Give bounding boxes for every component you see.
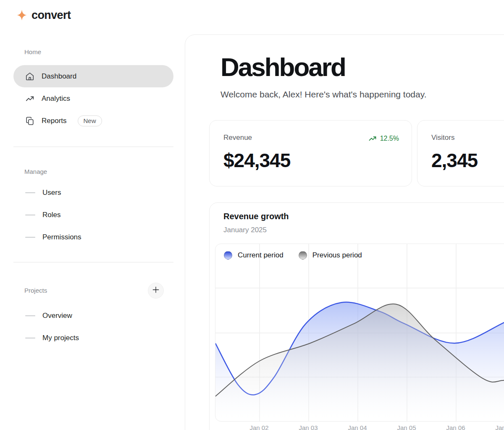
x-axis-label: Jan 02 <box>240 424 278 430</box>
sidebar-item-label: Roles <box>42 211 60 219</box>
stat-value: 2,345 <box>431 149 504 172</box>
revenue-growth-card: Revenue growth January 2025 Current peri… <box>209 202 504 430</box>
dash-icon <box>25 338 35 338</box>
page-title: Dashboard <box>220 54 345 80</box>
sidebar-item-label: Overview <box>42 312 72 320</box>
sidebar: HomeDashboardAnalyticsReportsNewManageUs… <box>13 46 173 349</box>
section-label: Home <box>13 46 173 57</box>
trend-value: 12.5% <box>380 135 399 142</box>
sidebar-item-label: My projects <box>42 334 79 342</box>
sidebar-section-manage: ManageUsersRolesPermissions <box>13 166 173 248</box>
brand-name: convert <box>32 9 71 22</box>
sidebar-section-projects: ProjectsOverviewMy projects <box>13 283 173 349</box>
plus-icon <box>152 286 160 296</box>
sidebar-item-analytics[interactable]: Analytics <box>13 87 173 110</box>
sidebar-item-label: Dashboard <box>42 72 76 81</box>
sidebar-item-overview[interactable]: Overview <box>13 304 173 327</box>
stat-cards-row: Revenue$24,34512.5%Visitors2,345 <box>209 120 504 186</box>
trending-up-icon <box>25 94 34 103</box>
trend-up-icon <box>368 134 377 143</box>
chart-legend: Current periodPrevious period <box>224 251 362 260</box>
pages-icon <box>25 116 34 126</box>
sidebar-section-home: HomeDashboardAnalyticsReportsNew <box>13 46 173 132</box>
dash-icon <box>25 215 35 215</box>
sidebar-divider <box>13 147 173 147</box>
chart-subtitle: January 2025 <box>223 226 267 234</box>
legend-dot <box>224 251 232 260</box>
legend-dot <box>299 251 307 260</box>
x-axis-label: Jan 04 <box>339 424 376 430</box>
sidebar-section-header: Projects <box>13 283 173 298</box>
x-axis-label: Jan 05 <box>388 424 425 430</box>
section-label: Manage <box>13 166 173 177</box>
stat-card-visitors: Visitors2,345 <box>417 120 504 186</box>
stat-trend: 12.5% <box>368 134 399 143</box>
sidebar-item-my-projects[interactable]: My projects <box>13 327 173 349</box>
dash-icon <box>25 315 35 316</box>
legend-item-current-period[interactable]: Current period <box>224 251 284 260</box>
sidebar-item-dashboard[interactable]: Dashboard <box>13 65 173 87</box>
legend-name: Current period <box>238 251 284 260</box>
sidebar-item-roles[interactable]: Roles <box>13 204 173 226</box>
add-project-button[interactable] <box>148 283 164 299</box>
sidebar-item-label: Users <box>42 189 61 197</box>
legend-item-previous-period[interactable]: Previous period <box>299 251 362 260</box>
main-panel: Dashboard Welcome back, Alex! Here's wha… <box>185 34 504 430</box>
stat-card-revenue: Revenue$24,34512.5% <box>209 120 412 186</box>
sidebar-item-label: Reports <box>42 117 67 125</box>
chart-plot-area: Current periodPrevious period <box>215 244 504 422</box>
stat-value: $24,345 <box>223 149 399 172</box>
x-axis-label: Jan 07 <box>486 424 504 430</box>
stat-label: Visitors <box>431 134 504 142</box>
chart-x-axis: Jan 02Jan 03Jan 04Jan 05Jan 06Jan 07 <box>215 424 504 430</box>
revenue-chart-svg <box>215 244 504 421</box>
sidebar-item-label: Analytics <box>42 94 70 103</box>
legend-name: Previous period <box>312 251 362 260</box>
sidebar-item-reports[interactable]: ReportsNew <box>13 110 173 132</box>
section-label: Projects <box>13 283 47 298</box>
page-subtitle: Welcome back, Alex! Here's what's happen… <box>220 89 427 100</box>
home-icon <box>25 72 34 81</box>
x-axis-label: Jan 03 <box>289 424 327 430</box>
chart-title: Revenue growth <box>223 212 289 221</box>
sparkle-icon <box>16 8 28 22</box>
new-badge: New <box>78 115 102 126</box>
x-axis-label: Jan 06 <box>437 424 475 430</box>
series-area-1 <box>215 304 504 421</box>
sidebar-item-label: Permissions <box>42 233 81 241</box>
sidebar-item-users[interactable]: Users <box>13 181 173 204</box>
dash-icon <box>25 237 35 238</box>
sidebar-divider <box>13 262 173 262</box>
sidebar-item-permissions[interactable]: Permissions <box>13 226 173 248</box>
dash-icon <box>25 192 35 193</box>
app-logo[interactable]: convert <box>16 8 71 22</box>
